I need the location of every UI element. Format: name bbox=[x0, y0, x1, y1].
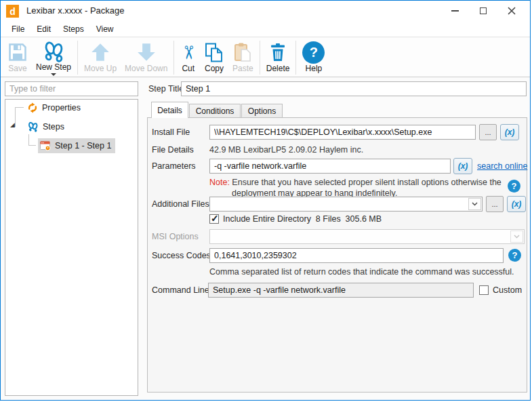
custom-label: Custom bbox=[493, 285, 522, 295]
tree-line bbox=[15, 107, 16, 127]
menu-bar: File Edit Steps View bbox=[1, 21, 530, 37]
move-down-button[interactable]: Move Down bbox=[121, 39, 171, 76]
arrow-up-icon bbox=[89, 40, 111, 64]
details-tab-page: Install File ... (x) File Details 42.9 M… bbox=[147, 117, 527, 393]
menu-item-file[interactable]: File bbox=[5, 22, 30, 37]
tab-options[interactable]: Options bbox=[241, 104, 283, 117]
search-online-link[interactable]: search online bbox=[477, 161, 527, 171]
copy-button[interactable]: Copy bbox=[200, 39, 228, 76]
note-prefix: Note: bbox=[209, 178, 230, 187]
tree-panel: ◢ Properties Steps bbox=[5, 99, 138, 396]
close-icon bbox=[508, 7, 516, 15]
maximize-icon bbox=[480, 7, 487, 14]
parameters-label: Parameters bbox=[152, 161, 196, 171]
file-details-value: 42.9 MB LexibarLP5 2.09.02 Haylem inc. bbox=[209, 145, 363, 155]
include-directory-row: Include Entire Directory 8 Files 305.6 M… bbox=[209, 214, 382, 224]
menu-item-steps[interactable]: Steps bbox=[57, 22, 90, 37]
maximize-button[interactable] bbox=[469, 1, 497, 21]
tree-item-properties[interactable]: Properties bbox=[25, 100, 85, 115]
command-line-label: Command Line bbox=[152, 285, 209, 295]
toolbar-separator bbox=[260, 41, 260, 75]
tree-item-label: Step 1 - Step 1 bbox=[55, 141, 111, 150]
footsteps-icon bbox=[27, 121, 39, 133]
install-file-input[interactable] bbox=[209, 125, 476, 140]
install-file-browse-button[interactable]: ... bbox=[479, 124, 497, 140]
cut-button[interactable]: ✂ Cut bbox=[176, 39, 200, 76]
trash-icon bbox=[268, 40, 288, 64]
command-line-input[interactable] bbox=[208, 283, 474, 298]
window-controls bbox=[441, 1, 526, 21]
save-button[interactable]: Save bbox=[3, 39, 32, 76]
chevron-down-icon bbox=[510, 230, 523, 243]
include-directory-label: Include Entire Directory 8 Files 305.6 M… bbox=[223, 214, 382, 224]
tree-line bbox=[28, 134, 29, 145]
close-button[interactable] bbox=[497, 1, 526, 21]
app-icon: d bbox=[6, 5, 19, 18]
new-step-dropdown-icon[interactable] bbox=[51, 73, 56, 76]
tree-line bbox=[28, 145, 36, 146]
tree-line bbox=[15, 107, 24, 108]
custom-row: Custom bbox=[479, 285, 522, 295]
minimize-icon bbox=[451, 10, 459, 12]
step-window-icon bbox=[40, 140, 51, 151]
title-bar: d Lexibar x.xxxx - Package bbox=[1, 1, 530, 21]
save-icon bbox=[7, 40, 28, 64]
file-details-label: File Details bbox=[152, 145, 194, 155]
arrow-down-icon bbox=[136, 40, 157, 64]
note-help-icon[interactable]: ? bbox=[508, 180, 520, 193]
toolbar-separator bbox=[173, 41, 174, 75]
additional-files-browse-button[interactable]: ... bbox=[486, 196, 504, 212]
step-title-input[interactable] bbox=[181, 81, 527, 96]
additional-files-variable-button[interactable]: (x) bbox=[507, 196, 526, 212]
success-codes-input[interactable] bbox=[209, 248, 504, 263]
delete-button[interactable]: Delete bbox=[262, 39, 294, 76]
sync-icon bbox=[27, 102, 38, 113]
copy-icon bbox=[204, 40, 224, 64]
success-codes-label: Success Codes bbox=[152, 251, 211, 260]
step-title-label: Step Title bbox=[148, 84, 184, 94]
scissors-icon: ✂ bbox=[180, 40, 196, 64]
tab-conditions[interactable]: Conditions bbox=[189, 104, 241, 117]
chevron-down-icon[interactable] bbox=[468, 198, 481, 210]
tab-details[interactable]: Details bbox=[151, 102, 188, 118]
parameters-variable-button[interactable]: (x) bbox=[453, 158, 472, 174]
note-line1: Note: Ensure that you have selected prop… bbox=[209, 178, 502, 187]
expander-icon[interactable]: ◢ bbox=[10, 122, 15, 128]
additional-files-label: Additional Files bbox=[152, 199, 209, 209]
parameters-input[interactable] bbox=[209, 159, 451, 174]
toolbar-separator bbox=[295, 41, 296, 75]
custom-checkbox[interactable] bbox=[479, 285, 489, 295]
footsteps-icon bbox=[42, 40, 65, 63]
msi-options-label: MSI Options bbox=[152, 232, 199, 241]
install-file-label: Install File bbox=[152, 127, 190, 137]
success-codes-hint: Comma separated list of return codes tha… bbox=[209, 267, 514, 277]
menu-item-edit[interactable]: Edit bbox=[30, 22, 57, 37]
toolbar: Save New Step Move Up bbox=[1, 38, 530, 77]
install-file-variable-button[interactable]: (x) bbox=[500, 124, 519, 140]
tree-item-step1[interactable]: Step 1 - Step 1 bbox=[38, 138, 115, 153]
move-up-button[interactable]: Move Up bbox=[80, 39, 121, 76]
tree-item-label: Properties bbox=[42, 103, 81, 113]
success-codes-help-icon[interactable]: ? bbox=[508, 249, 521, 262]
msi-options-combo bbox=[209, 229, 525, 244]
filter-input[interactable] bbox=[5, 81, 138, 96]
minimize-button[interactable] bbox=[441, 1, 469, 21]
paste-button[interactable]: Paste bbox=[228, 39, 258, 76]
package-tree: ◢ Properties Steps bbox=[5, 100, 138, 395]
new-step-button[interactable]: New Step bbox=[32, 39, 75, 76]
window-title: Lexibar x.xxxx - Package bbox=[26, 5, 125, 16]
menu-item-view[interactable]: View bbox=[90, 22, 120, 37]
help-button[interactable]: ? Help bbox=[298, 39, 329, 76]
tree-item-label: Steps bbox=[43, 122, 64, 132]
app-window: d Lexibar x.xxxx - Package File Edit Ste… bbox=[0, 0, 531, 401]
tree-item-steps[interactable]: Steps bbox=[25, 119, 68, 134]
help-icon: ? bbox=[302, 40, 325, 64]
paste-icon bbox=[232, 40, 253, 64]
toolbar-separator bbox=[77, 41, 78, 75]
include-directory-checkbox[interactable] bbox=[209, 214, 219, 224]
additional-files-combo[interactable] bbox=[209, 197, 483, 212]
